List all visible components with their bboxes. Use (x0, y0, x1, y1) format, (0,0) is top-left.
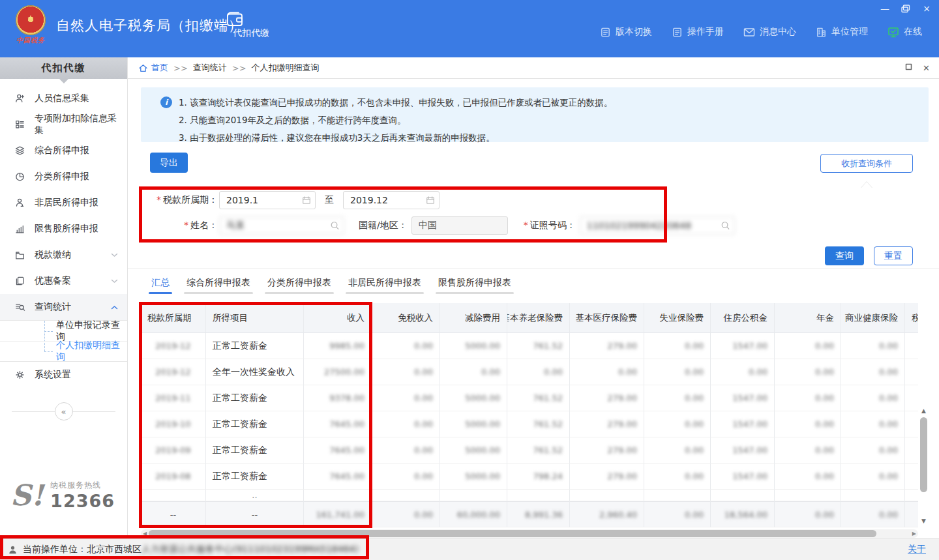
chevron-down-icon (111, 253, 118, 258)
table-cell: 279.00 (570, 464, 644, 490)
header-menu-item-3[interactable]: 单位管理 (816, 26, 868, 38)
sidebar-item-label: 非居民所得申报 (35, 197, 98, 209)
table-cell: 761.52 (507, 411, 570, 437)
table-cell: 1547.00 (711, 437, 775, 464)
table-cell: 7645.00 (304, 411, 372, 437)
calendar-icon[interactable] (302, 196, 311, 205)
table-row-2[interactable]: 2019-11正常工资薪金9378.000.005000.00761.52279… (141, 385, 918, 411)
vertical-scrollbar[interactable]: ▲ ▼ (919, 303, 929, 527)
breadcrumb-separator: >> (232, 63, 246, 73)
module-tab-withholding[interactable]: 代扣代缴 (225, 10, 277, 39)
table-row-partial: .. (141, 490, 918, 501)
table-cell: 0.00 (644, 333, 711, 359)
query-button[interactable]: 查询 (825, 246, 864, 265)
table-row-1[interactable]: 2019-12全年一次性奖金收入27500.000.000.000.000.00… (141, 359, 918, 385)
collapse-filters-button[interactable]: 收折查询条件 (820, 154, 913, 173)
reset-button[interactable]: 重置 (874, 246, 913, 265)
close-button[interactable]: × (921, 3, 932, 14)
scroll-up-icon[interactable]: ▲ (919, 405, 929, 415)
column-header-0: 税款所属期 (141, 303, 206, 333)
panel-maximize-icon[interactable] (905, 63, 912, 73)
tab-1[interactable]: 综合所得申报表 (186, 277, 250, 294)
table-cell: 7645.00 (304, 437, 372, 464)
name-input[interactable] (219, 216, 344, 235)
hotline-logo: S! 纳税服务热线 12366 (10, 480, 115, 511)
sidebar-collapse-button[interactable]: « (55, 402, 73, 420)
table-cell: 761.52 (507, 385, 570, 411)
table-cell: 60,000.00 (440, 501, 507, 527)
header-menu-item-2[interactable]: 消息中心 (743, 26, 796, 38)
table-cell: 0.00 (644, 464, 711, 490)
scroll-down-icon[interactable]: ▼ (919, 516, 929, 525)
copy-icon (14, 276, 25, 286)
sidebar-item-7[interactable]: 优惠备案 (0, 268, 127, 294)
tab-3[interactable]: 非居民所得申报表 (348, 277, 421, 294)
sidebar-subitem-8-0[interactable]: 单位申报记录查询 (0, 321, 127, 341)
restore-button[interactable] (900, 3, 912, 14)
column-header-11: 税 (905, 303, 918, 333)
panel-close-icon[interactable]: ✕ (923, 63, 930, 73)
export-button[interactable]: 导出 (150, 153, 188, 173)
sidebar-item-5[interactable]: 限售股所得申报 (0, 216, 127, 242)
header-menu-item-1[interactable]: 操作手册 (672, 26, 724, 38)
vertical-scroll-thumb[interactable] (920, 417, 927, 492)
column-header-1: 所得项目 (206, 303, 304, 333)
header-menu-item-0[interactable]: 版本切换 (600, 26, 652, 38)
table-row-4[interactable]: 2019-09正常工资薪金7645.000.005000.00761.52279… (141, 437, 918, 464)
sidebar-item-3[interactable]: 分类所得申报 (0, 164, 127, 190)
table-cell: 161,741.00 (304, 501, 372, 527)
table-cell: 0.00 (372, 411, 440, 437)
mail-icon (743, 27, 755, 37)
table-cell (304, 490, 372, 501)
scroll-right-icon[interactable]: ▶ (912, 530, 916, 537)
sidebar-item-9[interactable]: 系统设置 (0, 362, 127, 388)
sidebar-item-8[interactable]: 查询统计 (0, 294, 127, 320)
sidebar-item-1[interactable]: 专项附加扣除信息采集 (0, 111, 127, 138)
header-menu-label: 在线 (904, 26, 922, 38)
table-cell: 279.00 (570, 411, 644, 437)
table-cell: 0.00 (372, 464, 440, 490)
breadcrumb-home[interactable]: 首页 (138, 62, 168, 74)
table-cell (644, 490, 711, 501)
tab-2[interactable]: 分类所得申报表 (267, 277, 331, 294)
table-cell: 0.00 (775, 464, 841, 490)
sidebar-header: 代扣代缴 (0, 57, 127, 79)
horizontal-scroll-thumb[interactable] (149, 530, 876, 537)
module-tab-label: 代扣代缴 (225, 27, 277, 39)
horizontal-scrollbar[interactable]: ◀ ▶ (141, 529, 918, 538)
about-link[interactable]: 关于 (908, 544, 926, 555)
minimize-button[interactable]: — (879, 3, 891, 14)
search-icon[interactable] (330, 221, 340, 231)
table-row-3[interactable]: 2019-10正常工资薪金7645.000.005000.00761.52279… (141, 411, 918, 437)
header-menu-item-4[interactable]: 在线 (887, 26, 922, 38)
id-number-input[interactable] (580, 216, 735, 235)
sidebar-item-0[interactable]: 人员信息采集 (0, 85, 127, 111)
table-cell: 0.00 (775, 437, 841, 464)
tab-4[interactable]: 限售股所得申报表 (438, 277, 511, 294)
sidebar-item-4[interactable]: 非居民所得申报 (0, 190, 127, 216)
sidebar-subitem-8-1[interactable]: 个人扣缴明细查询 (0, 341, 127, 361)
tab-underline (346, 292, 424, 294)
breadcrumb-item-0[interactable]: 查询统计 (193, 62, 227, 74)
sidebar-item-6[interactable]: 税款缴纳 (0, 242, 127, 268)
breadcrumb-item-1: 个人扣缴明细查询 (252, 62, 320, 74)
search-icon[interactable] (721, 221, 730, 231)
period-from-input[interactable] (219, 191, 316, 209)
sidebar-item-label: 专项附加扣除信息采集 (35, 113, 118, 136)
table-row-0[interactable]: 2019-12正常工资薪金9985.000.005000.00761.52279… (141, 333, 918, 359)
building-icon (816, 27, 827, 38)
table-row-5[interactable]: 2019-08正常工资薪金7645.000.005000.00798.24279… (141, 464, 918, 490)
table-cell: 8,991.36 (507, 501, 570, 527)
table-cell: 0.00 (775, 411, 841, 437)
tab-label: 综合所得申报表 (186, 277, 250, 287)
wallet-icon (225, 10, 277, 27)
period-label: *税款所属期： (141, 194, 218, 206)
layers-icon (14, 145, 25, 156)
tab-0[interactable]: 汇总 (151, 277, 170, 294)
calendar-icon[interactable] (426, 196, 435, 205)
scroll-left-icon[interactable]: ◀ (143, 530, 147, 537)
breadcrumb: 首页 >>查询统计>>个人扣缴明细查询 ✕ (128, 57, 939, 79)
period-to-input[interactable] (343, 191, 440, 209)
table-cell: 2019-08 (141, 464, 206, 490)
sidebar-item-2[interactable]: 综合所得申报 (0, 138, 127, 164)
